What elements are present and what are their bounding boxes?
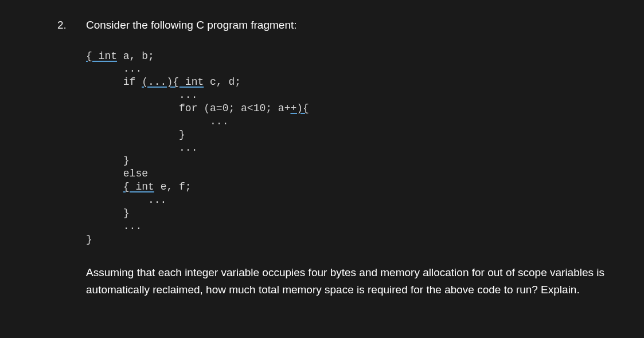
code-text: ... <box>86 89 197 101</box>
code-text: ... <box>86 194 166 206</box>
code-text: ... <box>86 221 142 232</box>
code-text: c, d; <box>204 76 241 88</box>
code-text: } <box>86 155 130 166</box>
question-body: Consider the following C program fragmen… <box>86 17 610 298</box>
question-number: 2. <box>57 17 81 298</box>
code-text: } <box>86 207 130 219</box>
code-block: { int a, b; ... if (...){ int c, d; ... … <box>86 50 610 246</box>
question-intro: Consider the following C program fragmen… <box>86 17 610 34</box>
code-text: } <box>86 234 92 245</box>
code-text: for (a=0; a<10; a+ <box>86 103 290 114</box>
code-underline-4: { int <box>123 181 154 192</box>
code-text: ... <box>86 116 228 127</box>
code-text: } <box>86 129 185 140</box>
code-underline-3: +){ <box>290 103 309 114</box>
code-text <box>86 181 123 192</box>
question-container: 2. Consider the following C program frag… <box>57 17 610 298</box>
code-text: e, f; <box>154 181 192 192</box>
code-text: else <box>86 168 148 179</box>
code-underline-2: (...){ int <box>142 76 204 88</box>
question-followup: Assuming that each integer variable occu… <box>86 264 610 298</box>
code-text: a, b; <box>117 50 154 62</box>
code-text: if <box>86 76 142 88</box>
code-underline-1: { int <box>86 50 117 62</box>
code-text: ... <box>86 63 142 74</box>
code-text: ... <box>86 142 197 154</box>
